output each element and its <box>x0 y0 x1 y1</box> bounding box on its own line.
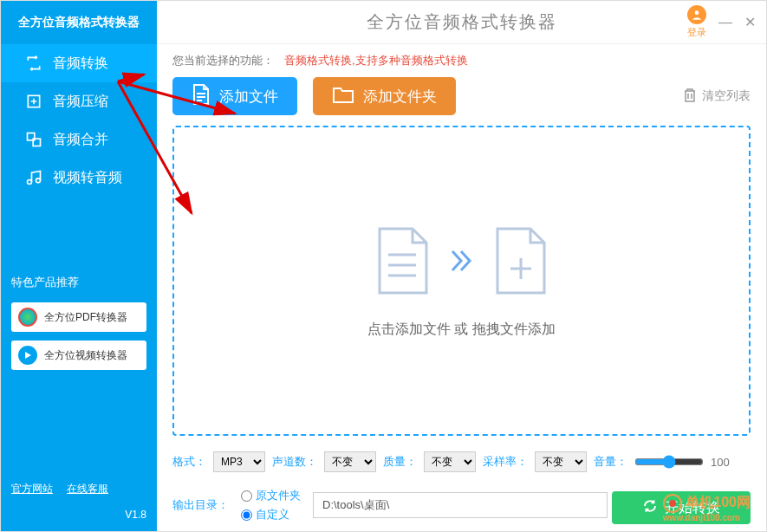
radio-custom-label: 自定义 <box>256 507 289 522</box>
volume-value: 100 <box>711 456 737 469</box>
app-name: 全方位音频格式转换器 <box>1 1 157 44</box>
nav-audio-compress[interactable]: 音频压缩 <box>1 82 157 120</box>
add-folder-button[interactable]: 添加文件夹 <box>313 77 456 115</box>
radio-original-input[interactable] <box>241 490 252 502</box>
promo-video[interactable]: 全方位视频转换器 <box>11 341 146 370</box>
merge-icon <box>25 131 42 148</box>
music-icon <box>25 169 42 186</box>
quality-select[interactable]: 不变 <box>424 451 476 472</box>
channels-select[interactable]: 不变 <box>324 451 376 472</box>
version: V1.8 <box>11 509 146 521</box>
dropzone[interactable]: 点击添加文件 或 拖拽文件添加 <box>172 126 751 436</box>
add-file-button[interactable]: 添加文件 <box>172 77 297 115</box>
convert-label: 开始转换 <box>665 499 720 517</box>
main: 全方位音频格式转换器 登录 — ✕ 您当前选择的功能： 音频格式转换,支持多种音… <box>157 1 766 531</box>
volume-slider[interactable] <box>634 455 704 469</box>
radio-original-label: 原文件夹 <box>256 488 301 503</box>
convert-icon <box>25 55 42 72</box>
nav-video-to-audio[interactable]: 视频转音频 <box>1 159 157 197</box>
svg-point-4 <box>36 178 41 183</box>
function-row: 您当前选择的功能： 音频格式转换,支持多种音频格式转换 <box>157 44 766 74</box>
format-label: 格式： <box>172 454 206 470</box>
pdf-icon <box>18 308 37 327</box>
page-title: 全方位音频格式转换器 <box>367 10 557 34</box>
radio-original[interactable]: 原文件夹 <box>241 488 301 503</box>
dropzone-illustration <box>373 224 551 298</box>
login-button[interactable]: 登录 <box>687 5 706 39</box>
nav-audio-convert[interactable]: 音频转换 <box>1 44 157 82</box>
options-row: 格式： MP3 声道数： 不变 质量： 不变 采样率： 不变 音量： 100 <box>157 436 766 472</box>
add-file-label: 添加文件 <box>219 87 278 107</box>
func-label: 您当前选择的功能： <box>172 53 274 68</box>
login-label: 登录 <box>687 26 706 39</box>
func-desc: 音频格式转换,支持多种音频格式转换 <box>284 53 468 68</box>
link-official[interactable]: 官方网站 <box>11 482 53 496</box>
output-label: 输出目录： <box>172 497 229 513</box>
close-button[interactable]: ✕ <box>744 14 756 30</box>
nav-list: 音频转换 音频压缩 音频合并 视频转音频 <box>1 44 157 197</box>
trash-icon <box>683 88 697 106</box>
minimize-button[interactable]: — <box>718 15 732 30</box>
output-path-input[interactable] <box>313 492 608 518</box>
refresh-icon <box>642 498 658 517</box>
promo-pdf[interactable]: 全方位PDF转换器 <box>11 302 146 332</box>
video-icon <box>18 346 37 365</box>
svg-point-5 <box>695 10 699 15</box>
action-row: 添加文件 添加文件夹 清空列表 <box>157 74 766 126</box>
nav-label: 音频合并 <box>53 131 108 149</box>
clear-label: 清空列表 <box>702 88 751 104</box>
nav-label: 音频转换 <box>53 55 108 73</box>
radio-custom-input[interactable] <box>241 509 252 521</box>
quality-label: 质量： <box>383 454 417 470</box>
sidebar-footer: 官方网站 在线客服 V1.8 <box>1 471 157 531</box>
promo-title: 特色产品推荐 <box>11 275 146 290</box>
samplerate-select[interactable]: 不变 <box>535 451 587 472</box>
radio-custom[interactable]: 自定义 <box>241 507 301 522</box>
link-support[interactable]: 在线客服 <box>67 482 108 496</box>
start-convert-button[interactable]: 开始转换 <box>612 491 751 524</box>
channels-label: 声道数： <box>272 454 317 470</box>
titlebar: 全方位音频格式转换器 登录 — ✕ <box>157 1 766 44</box>
clear-list-button[interactable]: 清空列表 <box>683 88 751 106</box>
promo-label: 全方位视频转换器 <box>44 348 127 363</box>
nav-label: 音频压缩 <box>53 93 108 111</box>
compress-icon <box>25 93 42 110</box>
promo-section: 特色产品推荐 全方位PDF转换器 全方位视频转换器 <box>1 275 157 379</box>
file-icon <box>192 83 211 110</box>
nav-audio-merge[interactable]: 音频合并 <box>1 120 157 159</box>
dropzone-text: 点击添加文件 或 拖拽文件添加 <box>367 321 556 339</box>
sidebar: 全方位音频格式转换器 音频转换 音频压缩 音频合并 视频转音频 <box>1 1 157 531</box>
svg-point-3 <box>28 180 32 185</box>
samplerate-label: 采样率： <box>483 454 528 470</box>
folder-icon <box>332 85 354 108</box>
volume-label: 音量： <box>594 454 627 470</box>
nav-label: 视频转音频 <box>53 169 122 187</box>
add-folder-label: 添加文件夹 <box>363 87 437 107</box>
promo-label: 全方位PDF转换器 <box>44 310 127 325</box>
format-select[interactable]: MP3 <box>213 451 265 472</box>
avatar-icon <box>687 5 706 24</box>
